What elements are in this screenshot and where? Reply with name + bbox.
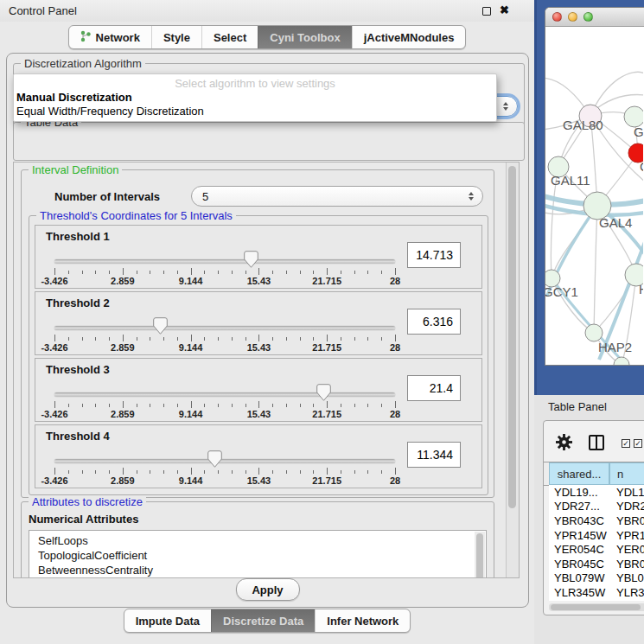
slider-handle[interactable] (316, 384, 331, 405)
number-of-intervals-value: 5 (202, 190, 208, 203)
threshold-value-field[interactable]: 14.713 (407, 242, 461, 268)
tab-label: Network (96, 31, 140, 44)
checkbox-icon[interactable]: ✓ (622, 439, 630, 448)
interval-definition-group: Interval Definition Number of Intervals … (21, 169, 494, 498)
threshold-label: Threshold 2 (46, 296, 110, 309)
popup-hint: Select algorithm to view settings (14, 77, 496, 90)
numerical-attributes-label: Numerical Attributes (29, 513, 138, 526)
table-body: YDL19...YDL1YDR27...YDR2YBR043CYBR0YPR14… (549, 485, 644, 601)
threshold-value-field[interactable]: 21.4 (407, 375, 461, 401)
table-cell: YBR0 (609, 558, 644, 571)
cyni-toolbox-content: Discretization Algorithm Select algorith… (6, 53, 529, 608)
settings-scroll-panel: Interval Definition Number of Intervals … (13, 162, 520, 578)
network-node[interactable] (614, 357, 629, 365)
number-of-intervals-combobox[interactable]: 5 (191, 186, 483, 207)
node-label: GCY1 (545, 284, 578, 299)
tab-cyni-toolbox[interactable]: Cyni Toolbox (258, 26, 351, 48)
slider-track[interactable] (54, 259, 395, 264)
table-header-row: shared...n (544, 462, 644, 486)
tab-label: Style (163, 31, 190, 44)
table-row[interactable]: YDL19...YDL1 (549, 485, 644, 500)
checkbox-icon[interactable]: ✓ (634, 439, 642, 448)
table-row[interactable]: YER054CYER0 (549, 542, 644, 557)
float-window-icon[interactable] (482, 7, 491, 16)
top-tab-strip: NetworkStyleSelectCyni ToolboxjActiveMNo… (0, 25, 534, 49)
table-cell: YDR27... (549, 500, 609, 513)
column-header[interactable]: shared... (549, 462, 609, 485)
network-node[interactable] (585, 324, 603, 341)
threshold-label: Threshold 1 (46, 230, 110, 243)
zoom-traffic-light[interactable] (583, 12, 593, 22)
threshold-value-field[interactable]: 6.316 (407, 309, 461, 335)
tab-infer-network[interactable]: Infer Network (315, 609, 410, 632)
network-icon (80, 30, 92, 45)
tab-style[interactable]: Style (151, 26, 201, 48)
top-tabbar: NetworkStyleSelectCyni ToolboxjActiveMNo… (68, 25, 467, 49)
table-data-group: Table Data galFiltered.sif default node (13, 122, 525, 161)
column-header[interactable]: n (609, 462, 644, 485)
gear-icon[interactable] (556, 434, 572, 454)
attributes-to-discretize-group: Attributes to discretize Numerical Attri… (21, 501, 494, 578)
table-row[interactable]: YBR045CYBR0 (549, 557, 644, 571)
threshold-value-field[interactable]: 11.344 (407, 442, 461, 468)
network-view-window[interactable]: GAL80GACGAL11GAL4GCY1HHAP2 (545, 7, 644, 366)
scrollbar-thumb[interactable] (551, 604, 641, 610)
tab-label: Discretize Data (223, 615, 303, 628)
attribute-item[interactable]: SelfLoops (29, 533, 486, 548)
tab-jactivemnodules[interactable]: jActiveMNodules (352, 26, 466, 48)
network-window-titlebar[interactable] (545, 8, 644, 27)
table-row[interactable]: YBL079WYBL0 (549, 571, 644, 586)
slider-tick-labels: -3.4262.8599.14415.4321.71528 (54, 276, 395, 286)
table-row[interactable]: YPR145WYPR1 (549, 528, 644, 543)
table-toolbar: ✓ ✓ (544, 421, 644, 461)
apply-button[interactable]: Apply (235, 578, 299, 601)
attribute-item[interactable]: BetweennessCentrality (29, 563, 486, 577)
discretization-algorithm-title: Discretization Algorithm (21, 57, 145, 70)
bottom-tabbar: Impute DataDiscretize DataInfer Network (124, 609, 411, 633)
attributes-scrollbar[interactable] (475, 532, 485, 578)
slider-handle[interactable] (207, 450, 222, 471)
table-row[interactable]: YBR043CYBR0 (549, 513, 644, 528)
network-edge (594, 206, 597, 333)
scrollbar-thumb[interactable] (508, 166, 516, 508)
numerical-attributes-list[interactable]: SelfLoopsTopologicalCoefficientBetweenne… (29, 530, 487, 578)
threshold-row-1: Threshold 1-3.4262.8599.14415.4321.71528… (35, 225, 482, 289)
tab-impute-data[interactable]: Impute Data (124, 609, 211, 632)
slider-track[interactable] (54, 326, 395, 330)
tab-discretize-data[interactable]: Discretize Data (211, 609, 315, 632)
table-cell: YBR0 (609, 514, 644, 527)
attributes-group-title: Attributes to discretize (29, 495, 146, 508)
slider-ticks (54, 335, 395, 342)
control-panel: Control Panel ✖ NetworkStyleSelectCyni T… (0, 0, 534, 644)
close-icon[interactable]: ✖ (500, 3, 509, 16)
tab-select[interactable]: Select (201, 26, 258, 48)
close-traffic-light[interactable] (552, 12, 562, 22)
table-cell: YER0 (609, 543, 644, 556)
slider-track[interactable] (54, 459, 395, 463)
table-cell: YBL079W (549, 571, 609, 584)
node-label: GAL4 (599, 215, 632, 230)
table-panel: Table Panel ✓ ✓ shared...n YDL19...YDL1Y… (534, 395, 644, 644)
table-horizontal-scrollbar[interactable] (549, 603, 644, 611)
slider-track[interactable] (54, 392, 395, 397)
attribute-items: SelfLoopsTopologicalCoefficientBetweenne… (29, 531, 486, 577)
attribute-item[interactable]: TopologicalCoefficient (29, 548, 486, 563)
split-columns-icon[interactable] (589, 435, 604, 450)
popup-option-manual-discretization[interactable]: Manual Discretization (16, 91, 132, 104)
tab-label: jActiveMNodules (364, 31, 455, 44)
table-cell: YPR145W (549, 529, 609, 542)
bottom-tab-strip: Impute DataDiscretize DataInfer Network (0, 609, 534, 633)
threshold-row-4: Threshold 4-3.4262.8599.14415.4321.71528… (35, 424, 482, 488)
slider-handle[interactable] (244, 251, 258, 271)
table-cell: YBR045C (549, 558, 609, 571)
popup-option-equal-width-frequency[interactable]: Equal Width/Frequency Discretization (16, 105, 204, 118)
slider-handle[interactable] (153, 317, 168, 338)
slider-ticks (54, 401, 395, 409)
table-row[interactable]: YDR27...YDR2 (549, 500, 644, 514)
network-canvas[interactable]: GAL80GACGAL11GAL4GCY1HHAP2 (545, 26, 643, 365)
panel-vertical-scrollbar[interactable] (506, 163, 519, 577)
minimize-traffic-light[interactable] (568, 12, 577, 22)
scrollbar-thumb[interactable] (476, 533, 483, 578)
tab-network[interactable]: Network (69, 26, 151, 48)
table-row[interactable]: YLR345WYLR3 (549, 585, 644, 600)
